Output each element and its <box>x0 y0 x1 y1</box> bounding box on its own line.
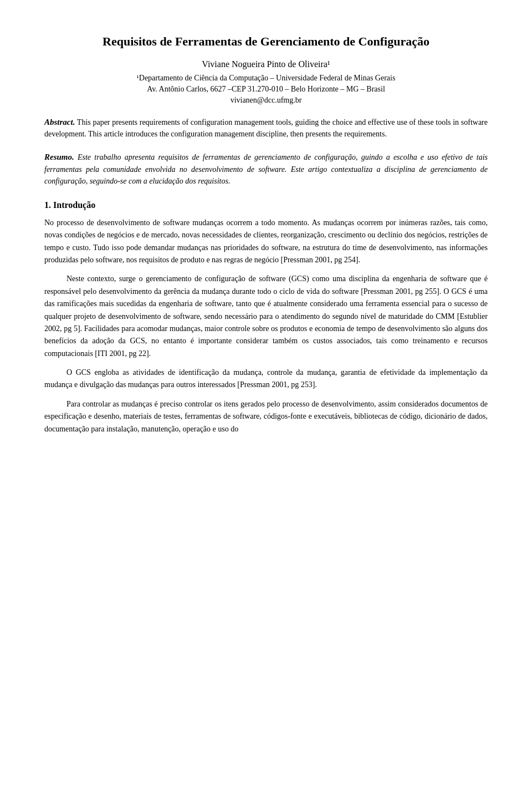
abstract-section: Abstract. This paper presents requiremen… <box>44 116 488 140</box>
resumo-label: Resumo. <box>44 153 74 161</box>
section1: 1. Introdução No processo de desenvolvim… <box>44 200 488 435</box>
email: vivianen@dcc.ufmg.br <box>44 96 488 105</box>
resumo-body: Este trabalho apresenta requisitos de fe… <box>44 153 488 185</box>
section1-paragraph4: Para controlar as mudanças é preciso con… <box>44 398 488 435</box>
section1-paragraph1: No processo de desenvolvimento de softwa… <box>44 217 488 267</box>
title-section: Requisitos de Ferramentas de Gerenciamen… <box>44 33 488 105</box>
page: Requisitos de Ferramentas de Gerenciamen… <box>0 0 532 808</box>
section1-paragraph3: O GCS engloba as atividades de identific… <box>44 367 488 392</box>
abstract-text: Abstract. This paper presents requiremen… <box>44 116 488 140</box>
section1-heading: 1. Introdução <box>44 200 488 210</box>
affiliation-line1: ¹Departamento de Ciência da Computação –… <box>44 74 488 83</box>
affiliation-line2: Av. Antônio Carlos, 6627 –CEP 31.270-010… <box>44 85 488 94</box>
resumo-text: Resumo. Este trabalho apresenta requisit… <box>44 151 488 187</box>
resumo-section: Resumo. Este trabalho apresenta requisit… <box>44 151 488 187</box>
author-name: Viviane Nogueira Pinto de Oliveira¹ <box>44 59 488 69</box>
abstract-label: Abstract. <box>44 118 75 126</box>
main-title: Requisitos de Ferramentas de Gerenciamen… <box>44 33 488 50</box>
section1-paragraph2: Neste contexto, surge o gerenciamento de… <box>44 273 488 360</box>
abstract-body: This paper presents requirements of conf… <box>44 118 488 139</box>
